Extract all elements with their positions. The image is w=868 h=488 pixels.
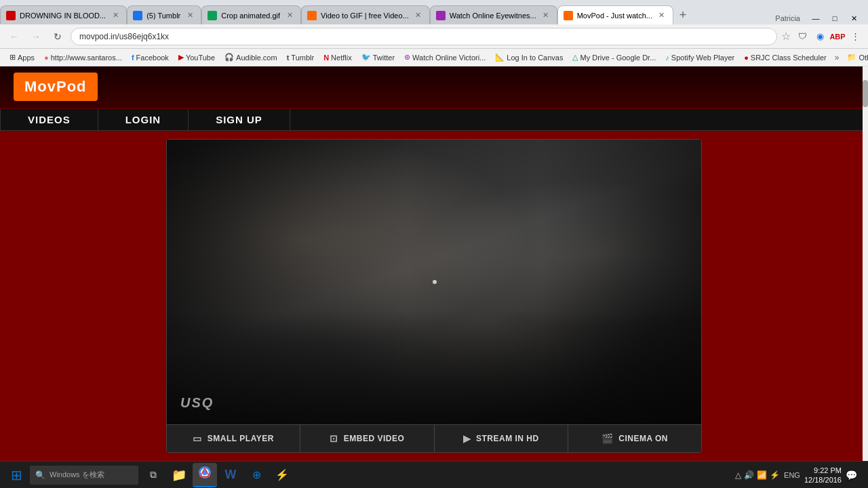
- tab-5-label: Watch Online Eyewitnes...: [450, 12, 536, 20]
- nav-login[interactable]: LOGIN: [98, 109, 189, 130]
- tab-3[interactable]: Crop animated.gif ✕: [201, 5, 301, 24]
- tab-3-label: Crop animated.gif: [221, 12, 280, 20]
- tab-4-close[interactable]: ✕: [413, 10, 424, 21]
- site-nav: VIDEOS LOGIN SIGN UP: [0, 109, 868, 131]
- app1-taskbar-icon: ⊕: [252, 468, 261, 481]
- maximize-button[interactable]: □: [826, 12, 844, 24]
- tray-arrow-icon[interactable]: △: [735, 470, 741, 480]
- tab-1-close[interactable]: ✕: [110, 10, 121, 21]
- bookmark-srjc[interactable]: ● SRJC Class Scheduler: [740, 52, 831, 63]
- bookmark-youtube[interactable]: ▶ YouTube: [174, 52, 219, 63]
- tray-battery-icon[interactable]: ⚡: [770, 470, 780, 480]
- task-view-button[interactable]: ⧉: [141, 463, 165, 487]
- tab-favicon-5: [436, 11, 446, 20]
- bookmark-canvas[interactable]: 📐 Log In to Canvas: [491, 52, 567, 63]
- adblock-icon[interactable]: ABP: [830, 29, 845, 44]
- netflix-icon: N: [323, 54, 329, 62]
- word-taskbar-icon: W: [225, 468, 237, 482]
- embed-video-label: EMBED VIDEO: [344, 434, 405, 443]
- netflix-label: Netflix: [331, 54, 352, 62]
- youtube-icon: ▶: [178, 53, 184, 62]
- audible-icon: 🎧: [224, 53, 234, 62]
- tray-lang: ENG: [784, 471, 800, 479]
- small-player-button[interactable]: ▭ SMALL PLAYER: [167, 425, 300, 452]
- other-bookmarks-folder[interactable]: 📁 Other bookmarks: [843, 52, 868, 63]
- app2-taskbar-button[interactable]: ⚡: [270, 463, 294, 487]
- bookmark-netflix[interactable]: N Netflix: [319, 52, 356, 63]
- windows-icon: ⊞: [11, 467, 22, 483]
- bookmark-star-icon[interactable]: ☆: [781, 30, 791, 43]
- bookmark-tumblr[interactable]: t Tumblr: [283, 52, 319, 63]
- start-button[interactable]: ⊞: [5, 464, 27, 486]
- bookmark-drive[interactable]: △ My Drive - Google Dr...: [568, 52, 660, 63]
- srjc-label: SRJC Class Scheduler: [751, 54, 827, 62]
- chrome-taskbar-icon: [199, 466, 211, 482]
- apps-label: Apps: [18, 54, 35, 62]
- nav-videos-label: VIDEOS: [28, 114, 71, 125]
- tab-4-label: Video to GIF | free Video...: [321, 12, 409, 20]
- user-name: Patricia: [775, 14, 800, 22]
- main-area: USQ ▭ SMALL PLAYER ⊡ EMBED VIDEO ▶: [0, 131, 868, 461]
- stream-hd-button[interactable]: ▶ STREAM IN HD: [435, 425, 568, 452]
- tab-3-close[interactable]: ✕: [284, 10, 295, 21]
- cinema-on-button[interactable]: 🎬 CINEMA ON: [568, 425, 701, 452]
- facebook-icon: f: [132, 54, 134, 62]
- tab-6[interactable]: MovPod - Just watch... ✕: [557, 5, 673, 24]
- embed-video-button[interactable]: ⊡ EMBED VIDEO: [300, 425, 434, 452]
- refresh-button[interactable]: ↻: [49, 28, 66, 45]
- tabs-bar: DROWNING IN BLOOD... ✕ (5) Tumblr ✕ Crop…: [0, 0, 868, 24]
- chrome-menu-icon[interactable]: ◉: [812, 29, 827, 44]
- system-clock[interactable]: 9:22 PM 12/18/2016: [804, 466, 842, 485]
- bookmark-watch-online[interactable]: ⊛ Watch Online Victori...: [400, 52, 490, 63]
- tab-4[interactable]: Video to GIF | free Video... ✕: [301, 5, 430, 24]
- back-button[interactable]: ←: [5, 28, 23, 45]
- new-tab-button[interactable]: +: [673, 5, 692, 24]
- nav-videos[interactable]: VIDEOS: [0, 109, 98, 130]
- tumblr-icon: t: [287, 54, 290, 62]
- video-area[interactable]: USQ: [167, 140, 702, 424]
- tab-5-close[interactable]: ✕: [540, 10, 551, 21]
- nav-signup[interactable]: SIGN UP: [189, 109, 290, 130]
- file-explorer-button[interactable]: 📁: [167, 463, 191, 487]
- browser-toolbar: ← → ↻ ☆ 🛡 ◉ ABP ⋮: [0, 24, 868, 49]
- tab-6-close[interactable]: ✕: [656, 10, 667, 21]
- tray-volume-icon[interactable]: 🔊: [744, 470, 754, 480]
- app1-taskbar-button[interactable]: ⊕: [244, 463, 269, 487]
- more-bookmarks-button[interactable]: »: [832, 52, 842, 64]
- tab-favicon-2: [133, 11, 142, 20]
- video-watermark: USQ: [180, 395, 214, 411]
- bookmark-spotify[interactable]: ♪ Spotify Web Player: [661, 52, 738, 63]
- tab-2-close[interactable]: ✕: [184, 10, 195, 21]
- bookmark-audible[interactable]: 🎧 Audible.com: [220, 52, 281, 63]
- chrome-taskbar-button[interactable]: [193, 463, 217, 487]
- folder-icon: 📁: [847, 53, 856, 62]
- notification-icon[interactable]: 💬: [846, 470, 857, 481]
- toolbar-icons: 🛡 ◉ ABP ⋮: [795, 29, 863, 44]
- tab-favicon-4: [307, 11, 317, 20]
- tab-1[interactable]: DROWNING IN BLOOD... ✕: [0, 5, 127, 24]
- taskbar-app-icons: ⧉ 📁 W ⊕: [141, 463, 294, 487]
- bookmark-apps[interactable]: ⊞ Apps: [5, 52, 39, 63]
- tab-5[interactable]: Watch Online Eyewitnes... ✕: [430, 5, 557, 24]
- scrollbar[interactable]: [863, 66, 868, 461]
- minimize-button[interactable]: —: [807, 12, 825, 24]
- menu-icon[interactable]: ⋮: [848, 29, 863, 44]
- word-taskbar-button[interactable]: W: [218, 463, 243, 487]
- tab-2[interactable]: (5) Tumblr ✕: [127, 5, 201, 24]
- bookmark-twitter[interactable]: 🐦 Twitter: [357, 52, 399, 63]
- close-button[interactable]: ✕: [845, 12, 863, 24]
- twitter-label: Twitter: [373, 54, 395, 62]
- search-bar[interactable]: 🔍 Windows を検索: [30, 466, 138, 485]
- bookmark-santaros[interactable]: ● http://www.santaros...: [40, 52, 126, 63]
- file-explorer-icon: 📁: [172, 468, 186, 483]
- scroll-thumb[interactable]: [863, 80, 868, 107]
- extensions-icon[interactable]: 🛡: [795, 29, 810, 44]
- video-cursor: [433, 280, 437, 284]
- nav-signup-label: SIGN UP: [216, 114, 262, 125]
- tray-network-icon[interactable]: 📶: [757, 470, 767, 480]
- bookmark-facebook[interactable]: f Facebook: [127, 52, 173, 63]
- small-player-icon: ▭: [193, 433, 202, 444]
- nav-login-label: LOGIN: [125, 114, 161, 125]
- address-bar[interactable]: [71, 28, 777, 45]
- forward-button[interactable]: →: [27, 28, 45, 45]
